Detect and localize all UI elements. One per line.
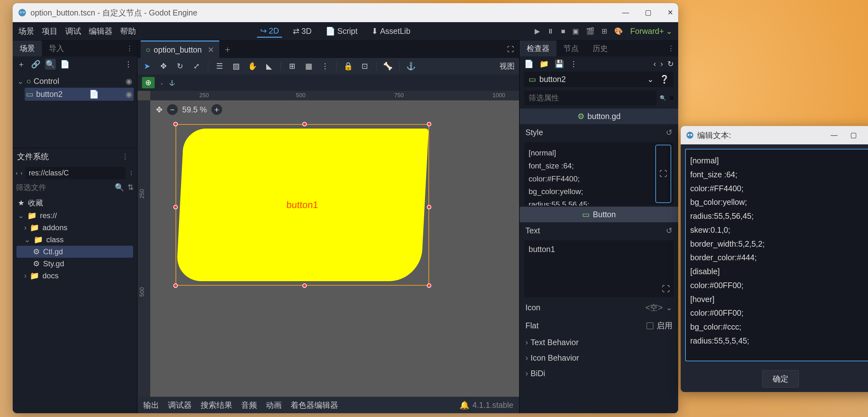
expand-text-icon[interactable]: ⛶ xyxy=(655,145,671,203)
tab-anim[interactable]: 动画 xyxy=(266,400,282,410)
bone-icon[interactable]: 🦴 xyxy=(383,61,393,71)
minimize-button[interactable]: — xyxy=(622,8,629,17)
zoom-in-button[interactable]: + xyxy=(211,104,222,115)
fs-ctl-gd[interactable]: ⚙Ctl.gd xyxy=(17,246,133,258)
save-resource-icon[interactable]: 💾 xyxy=(555,60,564,68)
search-icon[interactable]: 🔍 xyxy=(45,59,56,70)
menu-project[interactable]: 项目 xyxy=(42,26,58,36)
tree-node-button2[interactable]: ▭ button2 📄 ◉ xyxy=(25,88,134,101)
menu-help[interactable]: 帮助 xyxy=(120,26,136,36)
fs-addons[interactable]: ›📁addons xyxy=(17,222,133,234)
tab-audio[interactable]: 音频 xyxy=(241,400,257,410)
add-tab-icon[interactable]: ＋ xyxy=(223,43,232,56)
reset-icon[interactable]: ↺ xyxy=(666,226,673,235)
stop-button[interactable]: ■ xyxy=(561,27,565,35)
search-icon[interactable]: 🔍 xyxy=(660,95,666,101)
node-selector[interactable]: ▭ button2 ⌄ ❔ xyxy=(524,72,674,87)
tab-node[interactable]: 节点 xyxy=(556,40,586,56)
link-icon[interactable]: 🔗 xyxy=(30,59,41,70)
reset-icon[interactable]: ↺ xyxy=(666,128,673,137)
view-menu[interactable]: 视图 xyxy=(499,61,515,71)
prop-flat[interactable]: Flat 启用 xyxy=(520,317,678,335)
select-tool-icon[interactable]: ➤ xyxy=(142,61,152,71)
snap-icon[interactable]: ⊞ xyxy=(287,61,297,71)
render-mode-select[interactable]: Forward+ ⌄ xyxy=(630,27,673,36)
fs-favorites[interactable]: ★收藏 xyxy=(17,196,133,210)
anchor-preset-icon[interactable]: ⚓ xyxy=(169,80,175,86)
lock-icon[interactable]: 🔒 xyxy=(343,61,353,71)
movie-button[interactable]: 🎬 xyxy=(586,27,594,35)
measure-tool-icon[interactable]: ◣ xyxy=(264,61,274,71)
tab-shader[interactable]: 着色器编辑器 xyxy=(290,400,338,410)
bell-icon[interactable]: 🔔 xyxy=(460,401,469,410)
panel-options-icon[interactable]: ⋮ xyxy=(126,44,133,53)
pan-tool-icon[interactable]: ✋ xyxy=(248,61,258,71)
anchor-icon[interactable]: ⚓ xyxy=(406,61,416,71)
history-reload-icon[interactable]: ↻ xyxy=(668,60,674,68)
add-node-canvas-button[interactable]: ⊕ xyxy=(142,77,155,88)
history-forward-icon[interactable]: › xyxy=(660,60,663,68)
mode-script-button[interactable]: 📄 Script xyxy=(322,25,361,37)
tree-node-control[interactable]: ⌄ ○ Control ◉ xyxy=(16,75,134,88)
load-resource-icon[interactable]: 📁 xyxy=(539,60,549,68)
help-icon[interactable]: ❔ xyxy=(659,75,669,84)
style-text-preview[interactable]: [normal] font_size :64; color:#FF4400; b… xyxy=(524,142,674,206)
menu-editor[interactable]: 编辑器 xyxy=(89,26,113,36)
fs-docs[interactable]: ›📁docs xyxy=(17,270,133,282)
snap-options-icon[interactable]: ⋮ xyxy=(320,61,330,71)
mode-3d-button[interactable]: ⇄ 3D xyxy=(290,25,315,37)
zoom-level[interactable]: 59.5 % xyxy=(182,105,207,114)
maximize-button[interactable]: ▢ xyxy=(645,8,652,17)
zoom-out-button[interactable]: − xyxy=(167,104,178,115)
tab-scene[interactable]: 场景 xyxy=(13,40,42,56)
remote-button[interactable]: ⊞ xyxy=(601,27,607,35)
center-view-icon[interactable]: ✥ xyxy=(156,105,162,114)
sort-icon[interactable]: ⇅ xyxy=(127,183,134,192)
script-attach-icon[interactable]: 📄 xyxy=(60,59,70,70)
tab-import[interactable]: 导入 xyxy=(42,40,71,56)
move-tool-icon[interactable]: ✥ xyxy=(158,61,168,71)
section-icon-behavior[interactable]: ›Icon Behavior xyxy=(520,350,678,366)
visibility-icon[interactable]: ◉ xyxy=(125,77,132,86)
menu-debug[interactable]: 调试 xyxy=(65,26,81,36)
pause-button[interactable]: ⏸ xyxy=(547,27,554,35)
resource-options-icon[interactable]: ⋮ xyxy=(570,60,578,68)
button-section-header[interactable]: ▭Button xyxy=(520,207,678,222)
path-options-icon[interactable]: ⋮ xyxy=(129,170,134,176)
minimize-button[interactable]: — xyxy=(831,131,838,139)
list-tool-icon[interactable]: ☰ xyxy=(215,61,225,71)
prop-icon[interactable]: Icon <空> ⌄ xyxy=(520,299,678,317)
close-button[interactable]: ✕ xyxy=(668,8,673,17)
nav-forward-icon[interactable]: › xyxy=(21,170,22,176)
checkbox-flat[interactable] xyxy=(647,322,653,329)
distraction-free-icon[interactable]: ⛶ xyxy=(507,45,514,54)
add-node-icon[interactable]: ＋ xyxy=(16,59,27,70)
scene-options-icon[interactable]: ⋮ xyxy=(123,59,134,70)
scale-tool-icon[interactable]: ⤢ xyxy=(191,61,202,71)
viewport[interactable]: 250 500 750 1000 250 500 ✥ − 59.5 % + xyxy=(137,91,519,397)
fs-sty-gd[interactable]: ⚙Sty.gd xyxy=(17,258,133,270)
path-field[interactable]: res://class/C xyxy=(26,167,125,179)
filter-files-input[interactable] xyxy=(16,183,112,192)
fs-root[interactable]: ⌄📁res:// xyxy=(17,210,133,222)
mode-2d-button[interactable]: ↪ 2D xyxy=(257,25,282,38)
settings-icon[interactable]: ⚙ xyxy=(669,95,674,101)
script-section-header[interactable]: ⚙button.gd xyxy=(520,109,678,124)
tab-output[interactable]: 输出 xyxy=(143,400,159,410)
edit-textarea[interactable]: [normal] font_size :64; color:#FF4400; b… xyxy=(685,149,868,361)
tab-search[interactable]: 搜索结果 xyxy=(200,400,232,410)
new-resource-icon[interactable]: 📄 xyxy=(524,60,534,68)
tab-inspector[interactable]: 检查器 xyxy=(520,40,556,56)
section-text-behavior[interactable]: ›Text Behavior xyxy=(520,335,678,350)
scene-tab-option-button[interactable]: ○ option_button ✕ xyxy=(141,40,219,58)
inspector-options-icon[interactable]: ⋮ xyxy=(668,44,674,53)
dropdown-icon[interactable]: ⌄ xyxy=(160,80,164,86)
grid-icon[interactable]: ▦ xyxy=(304,61,314,71)
search-icon[interactable]: 🔍 xyxy=(115,183,124,192)
expand-text-icon[interactable]: ⛶ xyxy=(662,284,670,293)
script-icon[interactable]: 📄 xyxy=(89,90,99,99)
canvas-button-node[interactable]: button1 xyxy=(176,124,429,286)
menu-scene[interactable]: 场景 xyxy=(19,26,34,36)
group-icon[interactable]: ⊡ xyxy=(360,61,370,71)
fs-options-icon[interactable]: ⋮ xyxy=(122,152,129,161)
